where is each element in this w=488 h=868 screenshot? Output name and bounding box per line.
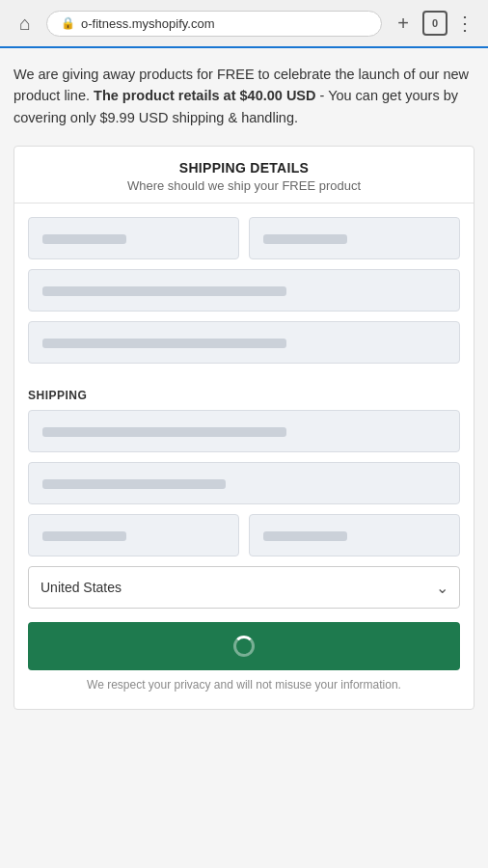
- browser-chrome: ⌂ 🔒 o-fitness.myshopify.com + 0 ⋮: [0, 0, 488, 48]
- country-select-wrapper[interactable]: United States Canada United Kingdom Aust…: [28, 566, 460, 609]
- tab-count[interactable]: 0: [422, 11, 447, 36]
- submit-button[interactable]: [28, 622, 460, 670]
- page-content: We are giving away products for FREE to …: [0, 48, 488, 725]
- first-name-field[interactable]: [28, 217, 239, 259]
- browser-action-buttons: + 0 ⋮: [390, 10, 476, 37]
- new-tab-button[interactable]: +: [390, 10, 417, 37]
- card-subtitle: Where should we ship your FREE product: [30, 178, 458, 193]
- extra-field[interactable]: [249, 514, 460, 556]
- home-button[interactable]: ⌂: [12, 10, 39, 37]
- home-icon: ⌂: [19, 13, 31, 35]
- url-text: o-fitness.myshopify.com: [81, 16, 214, 31]
- menu-button[interactable]: ⋮: [453, 12, 476, 35]
- city-field[interactable]: [28, 410, 460, 452]
- state-field[interactable]: [28, 462, 460, 504]
- shipping-section-label: SHIPPING: [28, 389, 460, 402]
- first-name-blur: [42, 234, 126, 244]
- address2-field[interactable]: [28, 321, 460, 364]
- promo-text-bold: The product retails at $40.00 USD: [94, 88, 315, 103]
- card-title: SHIPPING DETAILS: [30, 160, 458, 176]
- address2-row: [28, 321, 460, 364]
- loading-spinner: [233, 636, 255, 657]
- address1-blur: [42, 286, 286, 296]
- last-name-blur: [263, 234, 347, 244]
- form-section: [14, 203, 474, 379]
- name-row: [28, 217, 460, 259]
- submit-section: We respect your privacy and will not mis…: [14, 622, 474, 709]
- card-header: SHIPPING DETAILS Where should we ship yo…: [14, 147, 474, 203]
- address-bar[interactable]: 🔒 o-fitness.myshopify.com: [46, 11, 382, 37]
- state-blur: [42, 479, 226, 489]
- address1-field[interactable]: [28, 269, 460, 312]
- extra-blur: [263, 531, 347, 541]
- lock-icon: 🔒: [61, 16, 75, 30]
- address2-blur: [42, 339, 286, 348]
- country-select[interactable]: United States Canada United Kingdom Aust…: [28, 566, 460, 609]
- address1-row: [28, 269, 460, 312]
- privacy-text: We respect your privacy and will not mis…: [28, 678, 460, 695]
- state-row: [28, 462, 460, 504]
- last-name-field[interactable]: [249, 217, 460, 259]
- zip-field[interactable]: [28, 514, 239, 556]
- city-blur: [42, 427, 286, 437]
- promo-text: We are giving away products for FREE to …: [14, 64, 474, 128]
- zip-row: [28, 514, 460, 556]
- city-row: [28, 410, 460, 452]
- zip-blur: [42, 531, 126, 541]
- shipping-subsection: SHIPPING: [14, 389, 474, 556]
- shipping-card: SHIPPING DETAILS Where should we ship yo…: [14, 146, 474, 710]
